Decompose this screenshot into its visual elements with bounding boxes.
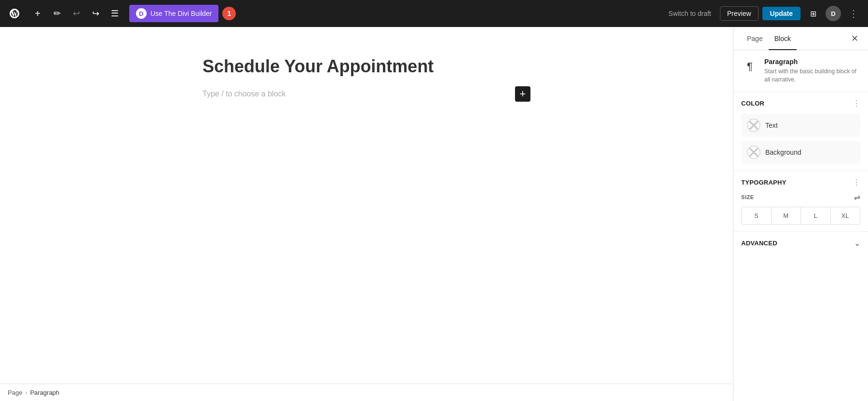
switch-draft-button[interactable]: Switch to draft <box>664 7 716 20</box>
color-text-item[interactable]: Text <box>741 114 860 137</box>
color-section-options-button[interactable]: ⋮ <box>853 99 860 108</box>
toolbar-right: Switch to draft Preview Update ⊞ D ⋮ <box>664 5 862 22</box>
editor-area: Schedule Your Appointment Type / to choo… <box>0 27 733 401</box>
list-view-button[interactable]: ☰ <box>106 5 123 22</box>
more-options-button[interactable]: ⋮ <box>845 6 862 21</box>
block-description: Start with the basic building block of a… <box>764 67 860 84</box>
preview-button[interactable]: Preview <box>720 6 759 21</box>
tab-page[interactable]: Page <box>741 27 769 50</box>
size-filter-button[interactable]: ⇌ <box>854 193 860 202</box>
undo-icon: ↩ <box>73 8 80 19</box>
wp-logo <box>6 5 23 22</box>
advanced-title: Advanced <box>741 240 777 247</box>
list-icon: ☰ <box>111 8 119 19</box>
divi-builder-button[interactable]: D Use The Divi Builder <box>129 5 218 22</box>
add-block-inline-button[interactable]: + <box>515 86 530 102</box>
text-color-label: Text <box>765 121 778 129</box>
editor-content: Schedule Your Appointment Type / to choo… <box>174 56 559 384</box>
text-color-swatch <box>747 119 760 132</box>
update-button[interactable]: Update <box>762 7 800 20</box>
page-title[interactable]: Schedule Your Appointment <box>203 56 530 77</box>
paragraph-icon: ¶ <box>741 58 759 75</box>
redo-icon: ↪ <box>92 8 99 19</box>
redo-button[interactable]: ↪ <box>87 5 104 22</box>
sidebar-tabs: Page Block ✕ <box>733 27 868 50</box>
divi-circle-icon: D <box>136 8 147 19</box>
user-avatar-button[interactable]: D <box>826 6 841 21</box>
settings-panel-button[interactable]: ⊞ <box>804 5 822 22</box>
size-xl-button[interactable]: XL <box>831 207 860 224</box>
size-buttons: S M L XL <box>741 207 860 225</box>
color-section: Color ⋮ Text Background <box>733 92 868 171</box>
typography-section-title: Typography <box>741 179 787 186</box>
edit-tools-button[interactable]: ✏ <box>48 5 66 22</box>
panel-icon: ⊞ <box>810 9 816 18</box>
sidebar-close-button[interactable]: ✕ <box>849 31 860 46</box>
advanced-section[interactable]: Advanced ⌄ <box>733 232 868 254</box>
block-placeholder: Type / to choose a block + <box>203 86 530 102</box>
block-info: ¶ Paragraph Start with the basic buildin… <box>733 50 868 92</box>
breadcrumb-page-link[interactable]: Page <box>8 389 22 396</box>
tab-block[interactable]: Block <box>769 27 797 50</box>
block-name: Paragraph <box>764 58 860 66</box>
toolbar: + ✏ ↩ ↪ ☰ D Use The Divi Builder 1 Switc… <box>0 0 868 27</box>
bottom-bar: Page › Paragraph <box>0 384 733 401</box>
size-row: SIZE ⇌ <box>741 193 860 202</box>
chevron-down-icon: ⌄ <box>854 239 860 248</box>
pencil-icon: ✏ <box>54 8 61 19</box>
size-s-button[interactable]: S <box>742 207 772 224</box>
sidebar: Page Block ✕ ¶ Paragraph Start with the … <box>733 27 868 401</box>
color-section-header: Color ⋮ <box>741 99 860 108</box>
divi-label: Use The Divi Builder <box>150 10 212 17</box>
typography-section-options-button[interactable]: ⋮ <box>853 178 860 187</box>
background-color-label: Background <box>765 148 801 156</box>
color-section-title: Color <box>741 100 764 107</box>
plus-icon-inline: + <box>520 89 526 99</box>
undo-button[interactable]: ↩ <box>68 5 85 22</box>
notification-badge: 1 <box>222 7 236 20</box>
size-label: SIZE <box>741 194 754 200</box>
background-color-swatch <box>747 146 760 159</box>
placeholder-text: Type / to choose a block <box>203 90 286 98</box>
typography-section-header: Typography ⋮ <box>741 178 860 187</box>
add-block-toolbar-button[interactable]: + <box>29 5 46 22</box>
typography-section: Typography ⋮ SIZE ⇌ S M L XL <box>733 171 868 232</box>
block-info-text: Paragraph Start with the basic building … <box>764 58 860 84</box>
plus-icon: + <box>35 8 41 19</box>
breadcrumb-separator: › <box>25 389 27 396</box>
size-m-button[interactable]: M <box>772 207 801 224</box>
breadcrumb-current: Paragraph <box>30 389 59 396</box>
main-layout: Schedule Your Appointment Type / to choo… <box>0 27 868 401</box>
color-background-item[interactable]: Background <box>741 141 860 164</box>
size-l-button[interactable]: L <box>801 207 831 224</box>
